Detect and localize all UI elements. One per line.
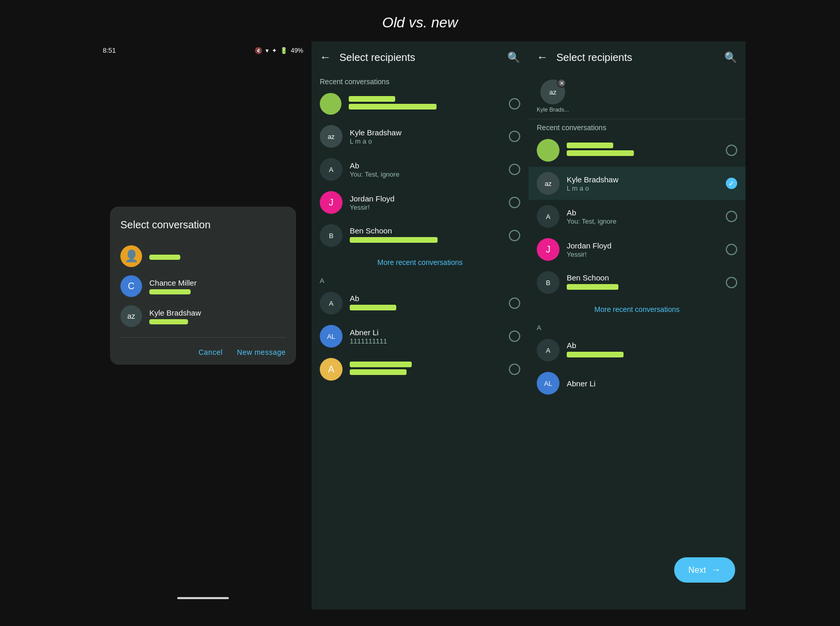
selected-chips: az ✕ Kyle Brads... xyxy=(528,73,745,119)
chip-label-kyle: Kyle Brads... xyxy=(537,106,569,113)
dialog-item-chance[interactable]: C Chance Miller xyxy=(120,271,286,301)
avatar-kyle-right: az xyxy=(537,172,559,195)
ab2-info-middle: Ab xyxy=(350,294,502,312)
abner-name-right: Abner Li xyxy=(567,379,737,388)
first-info-middle xyxy=(349,96,502,112)
radio-jordan-middle[interactable] xyxy=(509,197,520,208)
recent-section-right: Recent conversations xyxy=(528,119,745,134)
dialog-item-kyle[interactable]: az Kyle Bradshaw xyxy=(120,301,286,331)
abner-info-right: Abner Li xyxy=(567,379,737,388)
avatar-first-right xyxy=(537,139,559,162)
contact-row-ab2-middle[interactable]: A Ab xyxy=(312,287,528,320)
contact-row-abner-right[interactable]: AL Abner Li xyxy=(528,367,745,400)
radio-ben-right[interactable] xyxy=(726,277,737,288)
radio-ab-right[interactable] xyxy=(726,211,737,222)
chip-close-kyle[interactable]: ✕ xyxy=(557,79,566,88)
next-button[interactable]: Next → xyxy=(674,557,735,583)
radio-ben-middle[interactable] xyxy=(509,230,520,241)
kyle-name-middle: Kyle Bradshaw xyxy=(350,128,502,137)
more-conversations-middle[interactable]: More recent conversations xyxy=(312,252,528,273)
contact-row-jordan-middle[interactable]: J Jordan Floyd Yessir! xyxy=(312,186,528,219)
contact-row-ben-right[interactable]: B Ben Schoon xyxy=(528,266,745,299)
ab-name-middle: Ab xyxy=(350,161,502,170)
back-button-right[interactable]: ← xyxy=(537,51,548,64)
avatar-first-middle xyxy=(320,93,341,115)
right-header-title: Select recipients xyxy=(556,52,716,64)
avatar-chance: C xyxy=(120,275,142,297)
avatar-generic: 👤 xyxy=(120,245,142,267)
jordan-sub-middle: Yessir! xyxy=(350,204,502,211)
contact-row-ab-middle[interactable]: A Ab You: Test, ignore xyxy=(312,153,528,186)
radio-ab2-middle[interactable] xyxy=(509,298,520,309)
radio-first-right[interactable] xyxy=(726,145,737,156)
right-header: ← Select recipients 🔍 xyxy=(528,41,745,73)
jordan-sub-right: Yessir! xyxy=(567,251,719,258)
contact-row-first-middle[interactable] xyxy=(312,88,528,120)
search-button-right[interactable]: 🔍 xyxy=(724,51,737,64)
dialog-title: Select conversation xyxy=(120,219,286,231)
contact-row-abner-middle[interactable]: AL Abner Li 1111111111 xyxy=(312,320,528,353)
contact-row-kyle-middle[interactable]: az Kyle Bradshaw L m a o xyxy=(312,120,528,153)
select-conversation-dialog: Select conversation 👤 C Chance Miller xyxy=(110,207,296,365)
avatar-jordan-right: J xyxy=(537,238,559,261)
avatar-ben-middle: B xyxy=(320,224,343,247)
kyle-sub-right: L m a o xyxy=(567,184,719,192)
alpha-a-middle: A xyxy=(312,273,528,287)
dialog-divider xyxy=(120,337,286,338)
abner-name-middle: Abner Li xyxy=(350,328,502,337)
ab2-info-right: Ab xyxy=(567,341,737,359)
right-panel: ← Select recipients 🔍 az ✕ Kyle Brads...… xyxy=(528,41,745,609)
abner-info-middle: Abner Li 1111111111 xyxy=(350,328,502,345)
avatar-ab2-right: A xyxy=(537,339,559,362)
contact-row-kyle-right[interactable]: az Kyle Bradshaw L m a o ✓ xyxy=(528,167,745,200)
first-info-right xyxy=(567,143,719,158)
mute-icon: 🔇 xyxy=(255,47,262,54)
ab-info-right: Ab You: Test, ignore xyxy=(567,208,719,225)
contact-row-jordan-right[interactable]: J Jordan Floyd Yessir! xyxy=(528,233,745,266)
chance-name: Chance Miller xyxy=(149,278,197,287)
radio-kyle-right[interactable]: ✓ xyxy=(726,178,737,189)
more-conversations-right[interactable]: More recent conversations xyxy=(528,299,745,320)
avatar-jordan-middle: J xyxy=(320,191,343,214)
abner-sub-middle: 1111111111 xyxy=(350,337,502,345)
new-message-button[interactable]: New message xyxy=(237,348,286,356)
chance-letter: C xyxy=(120,275,142,297)
a-info-middle xyxy=(350,362,502,377)
back-button-middle[interactable]: ← xyxy=(320,51,331,64)
radio-a-middle[interactable] xyxy=(509,364,520,375)
ab2-name-right: Ab xyxy=(567,341,737,350)
ben-bar-right xyxy=(567,284,618,290)
radio-first-middle[interactable] xyxy=(509,98,520,109)
search-button-middle[interactable]: 🔍 xyxy=(507,51,520,64)
contact-row-a-letter-middle[interactable]: A xyxy=(312,353,528,386)
avatar-ab2-middle: A xyxy=(320,292,343,315)
contact-row-ben-middle[interactable]: B Ben Schoon xyxy=(312,219,528,252)
contact-row-first-right[interactable] xyxy=(528,134,745,167)
avatar-ab-right: A xyxy=(537,205,559,228)
alpha-a-right: A xyxy=(528,320,745,334)
ben-info-middle: Ben Schoon xyxy=(350,226,502,245)
dialog-item-generic[interactable]: 👤 xyxy=(120,241,286,271)
ben-info-right: Ben Schoon xyxy=(567,273,719,292)
first-bar2-right xyxy=(567,150,634,156)
jordan-info-right: Jordan Floyd Yessir! xyxy=(567,241,719,258)
ab-sub-right: You: Test, ignore xyxy=(567,217,719,225)
radio-jordan-right[interactable] xyxy=(726,244,737,255)
cancel-button[interactable]: Cancel xyxy=(198,348,223,356)
avatar-ab-middle: A xyxy=(320,158,343,181)
contact-row-ab2-right[interactable]: A Ab xyxy=(528,334,745,367)
ab-info-middle: Ab You: Test, ignore xyxy=(350,161,502,178)
ben-bar-middle xyxy=(350,237,438,243)
kyle-letter: az xyxy=(120,305,142,327)
radio-ab-middle[interactable] xyxy=(509,164,520,175)
ab2-name-middle: Ab xyxy=(350,294,502,303)
kyle-name-right: Kyle Bradshaw xyxy=(567,175,719,184)
avatar-a-letter-middle: A xyxy=(320,358,343,381)
checkmark-kyle: ✓ xyxy=(728,180,735,187)
chip-kyle: az ✕ Kyle Brads... xyxy=(537,80,569,113)
contact-row-ab-right[interactable]: A Ab You: Test, ignore xyxy=(528,200,745,233)
jordan-letter: J xyxy=(320,191,343,214)
radio-kyle-middle[interactable] xyxy=(509,131,520,142)
radio-abner-middle[interactable] xyxy=(509,331,520,342)
page-title: Old vs. new xyxy=(0,0,840,41)
